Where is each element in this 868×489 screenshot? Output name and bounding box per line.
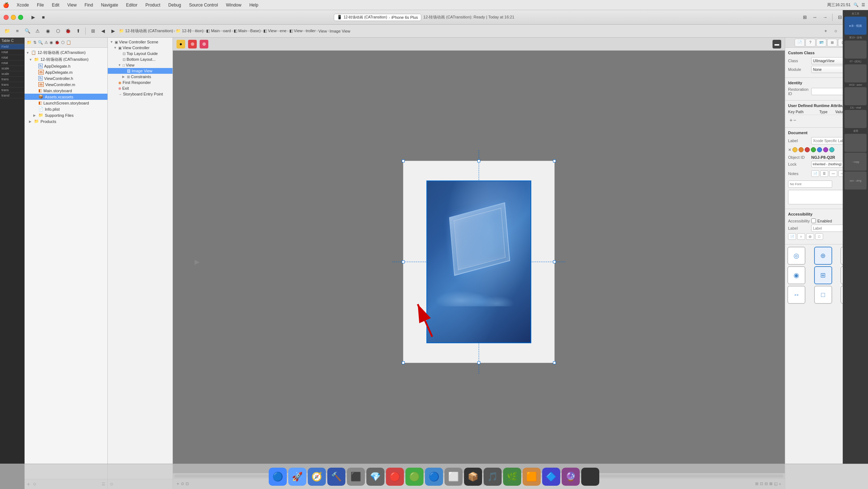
dock-app7[interactable]: 🌿	[503, 468, 521, 486]
file-item-main-storyboard[interactable]: ◧ Main.storyboard	[25, 88, 107, 94]
show-grid[interactable]: ⊞	[89, 27, 97, 35]
thumb-item-1[interactable]: ●未···视频	[844, 17, 867, 35]
scene-imageview[interactable]: 🖼 Image View	[108, 68, 173, 74]
file-item-assets[interactable]: 📦 Assets.xcassets	[25, 94, 107, 100]
file-item-project[interactable]: ▼ 📋 12-转场动画 (CATransition)	[25, 49, 107, 56]
resize-tc[interactable]	[477, 160, 480, 162]
close-button[interactable]	[4, 15, 9, 20]
menu-help[interactable]: Help	[247, 2, 260, 8]
size-icon-compass[interactable]: ◎	[787, 247, 805, 265]
minimize-button[interactable]	[11, 15, 16, 20]
canvas-icon-2[interactable]: ⊗	[188, 40, 197, 48]
dock-app4[interactable]: ⬜	[444, 468, 463, 486]
menu-editor[interactable]: Editor	[124, 2, 139, 8]
itab-attributes[interactable]: ⊞	[827, 39, 837, 47]
accessibility-checkbox[interactable]	[811, 218, 816, 223]
resize-mr[interactable]	[553, 260, 556, 263]
nav-folder-icon[interactable]: 📁	[27, 40, 32, 45]
menu-find[interactable]: Find	[83, 2, 95, 8]
breadcrumb-viewcontroller[interactable]: ◧ View···troller	[289, 29, 316, 33]
thumb-item-xco[interactable]: xco···.dmg	[844, 171, 867, 190]
scene-bottom-layout[interactable]: ⊡ Bottom Layout...	[108, 56, 173, 62]
search-icon[interactable]: 🔍	[854, 3, 859, 7]
run-button[interactable]: ▶	[29, 13, 38, 22]
dock-launchpad[interactable]: 🚀	[288, 468, 306, 486]
udr-add-btn[interactable]: +	[790, 117, 792, 123]
image-view[interactable]	[426, 180, 531, 343]
thumb-item-3[interactable]	[844, 64, 867, 82]
menu-file[interactable]: File	[35, 2, 46, 8]
nav-search-icon[interactable]: 🔍	[38, 40, 43, 45]
scene-entry-point[interactable]: → Storyboard Entry Point	[108, 91, 173, 97]
dock-safari[interactable]: 🧭	[308, 468, 326, 486]
color-red[interactable]	[805, 147, 810, 152]
notes-doc-icon[interactable]: 📄	[811, 170, 819, 177]
add-file[interactable]: +	[821, 27, 830, 35]
thumb-item-copy[interactable]: ···copy	[844, 153, 867, 171]
scheme-selector[interactable]: 📱 12-转场动画 (CATransition) › iPhone 6s Plu…	[334, 14, 421, 21]
nav-report-icon[interactable]: 📋	[66, 40, 71, 45]
notes-dash-icon[interactable]: —	[829, 170, 837, 177]
color-orange[interactable]	[799, 147, 804, 152]
font-input[interactable]	[788, 180, 832, 188]
color-green[interactable]	[811, 147, 816, 152]
dock-app5[interactable]: 📦	[464, 468, 482, 486]
file-item-info-plist[interactable]: 📄 Info.plist	[25, 106, 107, 112]
thumb-item-6[interactable]	[844, 134, 867, 152]
dock-app9[interactable]: 🔷	[542, 468, 560, 486]
view-controller-box[interactable]	[403, 161, 555, 363]
a11y-target-btn[interactable]: ◎	[806, 233, 814, 240]
dock-sketch[interactable]: 💎	[366, 468, 384, 486]
color-purple[interactable]	[823, 147, 828, 152]
maximize-button[interactable]	[18, 15, 23, 20]
color-teal[interactable]	[829, 147, 834, 152]
resize-tl[interactable]	[402, 160, 405, 162]
scene-vc-scene[interactable]: ▼ ▣ View Controller Scene	[108, 39, 173, 45]
menu-window[interactable]: Window	[224, 2, 243, 8]
menu-xcode[interactable]: Xcode	[15, 2, 31, 8]
version-toggle[interactable]: →	[821, 13, 829, 22]
scene-constraints[interactable]: ▶ ⊞ Constraints	[108, 74, 173, 80]
size-icon-ruler[interactable]: ↔	[787, 286, 805, 304]
test-icon[interactable]: ⬡	[54, 27, 62, 35]
itab-file[interactable]: 📄	[795, 39, 805, 47]
itab-quick-help[interactable]: ?	[805, 39, 816, 47]
menu-navigate[interactable]: Navigate	[99, 2, 120, 8]
folder-icon[interactable]: 📁	[3, 27, 12, 35]
dock-app6[interactable]: 🎵	[484, 468, 502, 486]
size-icon-target[interactable]: ⊕	[814, 247, 832, 265]
dock-trash[interactable]: 🗑	[581, 468, 599, 486]
file-item-appdelegate-m[interactable]: m AppDelegate.m	[25, 69, 107, 75]
search-icon[interactable]: 🔍	[23, 27, 32, 35]
resize-br[interactable]	[553, 361, 556, 364]
breadcrumb-imageview[interactable]: Image View	[329, 29, 350, 33]
scene-view[interactable]: ▼ □ View	[108, 62, 173, 68]
resize-tr[interactable]	[553, 160, 556, 162]
dock-xcode[interactable]: 🔨	[327, 468, 345, 486]
nav-test-icon[interactable]: ◉	[50, 40, 53, 45]
color-blue[interactable]	[817, 147, 822, 152]
assistant-toggle[interactable]: ↔	[810, 13, 819, 22]
size-icon-square[interactable]: □	[814, 286, 832, 304]
nav-scm-icon[interactable]: ⇅	[33, 40, 37, 45]
debug-icon[interactable]: 🐞	[64, 27, 72, 35]
file-item-products[interactable]: ▶ 📁 Products	[25, 118, 107, 124]
dock-finder[interactable]: 🔵	[269, 468, 287, 486]
thumb-item-5[interactable]	[844, 110, 867, 128]
menu-product[interactable]: Product	[144, 2, 162, 8]
resize-bl[interactable]	[402, 361, 405, 364]
udr-remove-btn[interactable]: −	[793, 117, 796, 123]
dock-app8[interactable]: 🟧	[523, 468, 541, 486]
forward-button[interactable]: ▶	[109, 27, 118, 35]
scene-vc[interactable]: ▼ ▣ View Controller	[108, 45, 173, 51]
file-item-launchscreen[interactable]: ◧ LaunchScreen.storyboard	[25, 100, 107, 106]
menu-view[interactable]: View	[65, 2, 78, 8]
issue-icon[interactable]: ◉	[43, 27, 52, 35]
nav-warn-icon[interactable]: ⚠	[44, 40, 48, 45]
canvas-icon-3[interactable]: ⊕	[200, 40, 208, 48]
breadcrumb-viewscene[interactable]: ◧ View···ene	[263, 29, 286, 33]
nav-breakpoint-icon[interactable]: ⬡	[61, 40, 65, 45]
dock-terminal[interactable]: ⬛	[347, 468, 365, 486]
file-item-viewcontroller-h[interactable]: h ViewController.h	[25, 75, 107, 81]
breadcrumb-mainbase[interactable]: ◧ Main···Base)	[234, 29, 261, 33]
